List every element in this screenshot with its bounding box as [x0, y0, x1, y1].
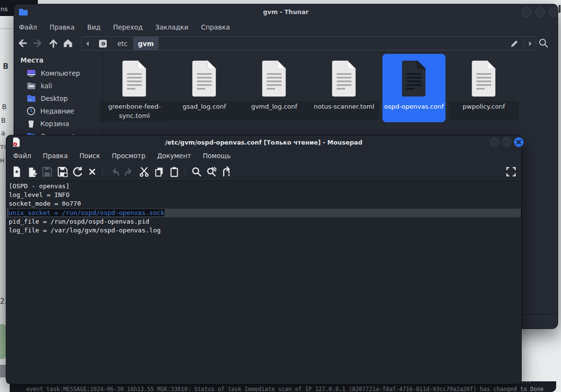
- sidebar-item-kali[interactable]: kali: [27, 81, 52, 91]
- minimize-button[interactable]: [490, 137, 499, 147]
- home-icon[interactable]: [63, 38, 73, 49]
- menu-file[interactable]: Файл: [19, 23, 37, 31]
- filesystem-root-button[interactable]: [94, 37, 112, 50]
- file-item[interactable]: gvmd_log.conf: [239, 54, 309, 122]
- save-as-icon[interactable]: [57, 166, 68, 178]
- mousepad-toolbar: [6, 163, 521, 180]
- editor-text-area[interactable]: [OSPD - openvas] log_level = INFO socket…: [7, 180, 521, 383]
- redo-icon[interactable]: [123, 166, 135, 178]
- document-file-icon: [469, 60, 499, 97]
- path-empty-area[interactable]: [159, 37, 536, 50]
- menu-help[interactable]: Справка: [201, 23, 230, 31]
- menu-file[interactable]: Файл: [13, 152, 31, 160]
- copy-icon[interactable]: [153, 166, 165, 178]
- toolbar-separator: [185, 167, 185, 176]
- file-name-label: gsad_log.conf: [169, 101, 239, 120]
- menu-document[interactable]: Документ: [157, 152, 191, 160]
- reload-icon[interactable]: [72, 166, 83, 178]
- sidebar-item-trash[interactable]: Корзина: [27, 118, 69, 129]
- new-document-icon[interactable]: [11, 166, 22, 178]
- mousepad-titlebar[interactable]: /etc/gvm/ospd-openvas.conf [Только чтени…: [6, 135, 521, 149]
- sidebar-item-computer[interactable]: Компьютер: [27, 68, 80, 79]
- background-text-fragment: В: [3, 62, 8, 71]
- go-to-line-icon[interactable]: [221, 166, 232, 178]
- menu-edit[interactable]: Правка: [50, 23, 74, 31]
- terminal-log-line: event_task:MESSAGE:2024-06-30 16h13.55 M…: [26, 386, 544, 392]
- sidebar-item-label: Недавние: [40, 107, 74, 115]
- close-button[interactable]: [514, 137, 524, 147]
- open-document-icon[interactable]: [27, 166, 38, 178]
- file-item[interactable]: gsad_log.conf: [169, 54, 239, 122]
- background-text-fragment: В: [1, 116, 6, 124]
- maximize-button[interactable]: [535, 7, 545, 17]
- minimize-button[interactable]: [522, 7, 531, 17]
- path-segment-gvm[interactable]: gvm: [133, 37, 159, 50]
- code-line: log_level = INFO: [7, 191, 521, 199]
- back-icon[interactable]: [17, 38, 28, 49]
- undo-icon[interactable]: [109, 166, 121, 178]
- cut-icon[interactable]: [138, 166, 150, 178]
- file-item[interactable]: notus-scanner.toml: [309, 54, 379, 122]
- sidebar-item-recent[interactable]: Недавние: [27, 106, 74, 116]
- menu-bookmarks[interactable]: Закладки: [155, 23, 188, 31]
- up-icon[interactable]: [48, 38, 59, 49]
- close-icon: [516, 140, 521, 145]
- menu-go[interactable]: Переход: [113, 23, 143, 31]
- forward-icon[interactable]: [33, 38, 43, 49]
- find-replace-icon[interactable]: [206, 166, 217, 178]
- path-expand-icon[interactable]: [524, 37, 536, 50]
- menu-edit[interactable]: Правка: [43, 152, 67, 160]
- maximize-button[interactable]: [502, 137, 512, 147]
- path-collapse-icon[interactable]: [82, 37, 94, 50]
- sidebar-item-label: Desktop: [41, 95, 68, 102]
- thunar-menubar: Файл Правка Вид Переход Закладки Справка: [19, 20, 230, 34]
- file-item[interactable]: pwpolicy.conf: [449, 54, 519, 122]
- code-line-selected: unix_socket = /run/ospd/ospd-openvas.soc…: [7, 209, 521, 217]
- menu-view[interactable]: Просмотр: [112, 152, 145, 160]
- file-name-label: greenbone-feed-sync.toml: [99, 101, 169, 122]
- sidebar-item-label: kali: [41, 82, 52, 90]
- mousepad-window-title: /etc/gvm/ospd-openvas.conf [Только чтени…: [6, 139, 521, 146]
- pencil-edit-icon[interactable]: [510, 39, 519, 49]
- close-document-icon[interactable]: [86, 166, 98, 178]
- code-line: log_file = /var/log/gvm/ospd-openvas.log: [7, 226, 521, 235]
- code-line: socket_mode = 0o770: [7, 199, 521, 208]
- code-line: [OSPD - openvas]: [7, 182, 521, 191]
- document-file-icon: [189, 60, 219, 97]
- thunar-titlebar[interactable]: gvm - Thunar: [14, 4, 558, 20]
- document-file-icon-selected: [399, 60, 429, 97]
- trash-icon: [27, 119, 35, 128]
- toolbar-separator: [102, 167, 103, 176]
- background-text-fragment: н: [0, 156, 4, 164]
- file-name-label: notus-scanner.toml: [309, 101, 379, 120]
- folder-desktop-icon: [27, 95, 36, 102]
- save-icon[interactable]: [41, 166, 53, 178]
- background-divider-fragment: [0, 28, 13, 29]
- menu-search[interactable]: Поиск: [80, 152, 100, 160]
- sidebar-item-label: Компьютер: [41, 69, 80, 77]
- find-icon[interactable]: [191, 166, 202, 178]
- search-icon[interactable]: [538, 38, 549, 49]
- path-segment-etc[interactable]: etc: [112, 37, 133, 50]
- menu-help[interactable]: Помощь: [203, 152, 231, 160]
- path-bar: etc gvm: [81, 36, 536, 50]
- thunar-toolbar: etc gvm: [14, 34, 558, 52]
- background-text-fragment: а: [1, 129, 5, 137]
- file-name-label: gvmd_log.conf: [239, 101, 309, 120]
- mousepad-window: /etc/gvm/ospd-openvas.conf [Только чтени…: [6, 135, 522, 384]
- sidebar-header-places: Места: [20, 56, 44, 64]
- computer-icon: [27, 69, 36, 77]
- fullscreen-icon[interactable]: [505, 166, 517, 178]
- background-fragment: [559, 5, 561, 13]
- close-button[interactable]: [549, 7, 559, 17]
- recent-clock-icon: [27, 107, 35, 115]
- file-item-selected[interactable]: ospd-openvas.conf: [379, 54, 449, 122]
- document-file-icon: [329, 60, 359, 97]
- file-name-label: ospd-openvas.conf: [379, 101, 449, 120]
- menu-view[interactable]: Вид: [87, 23, 100, 31]
- thunar-window-title: gvm - Thunar: [14, 8, 558, 16]
- sidebar-item-desktop[interactable]: Desktop: [27, 93, 68, 104]
- paste-icon[interactable]: [168, 166, 180, 178]
- document-file-icon: [259, 60, 289, 97]
- file-item[interactable]: greenbone-feed-sync.toml: [99, 54, 169, 122]
